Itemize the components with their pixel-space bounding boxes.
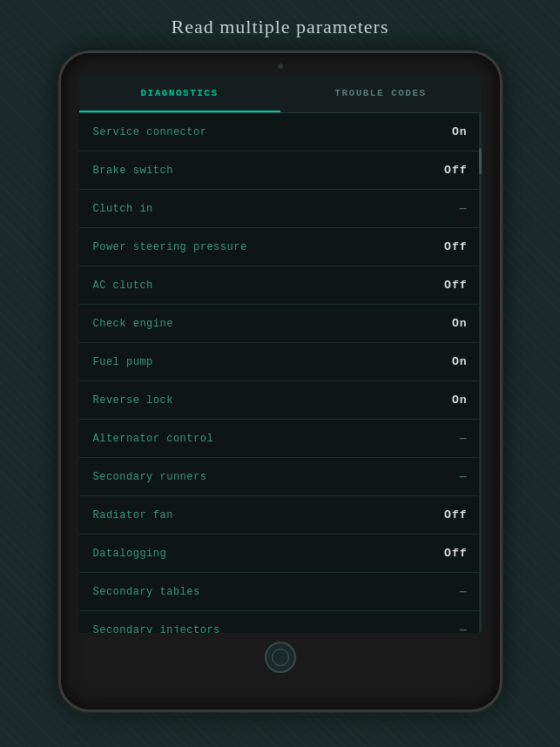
list-item: Radiator fan Off	[79, 496, 482, 535]
list-item: Service connector On	[79, 113, 482, 151]
tab-trouble-codes[interactable]: TROUBLE CODES	[280, 76, 482, 112]
list-item: Brake switch Off	[79, 151, 482, 190]
tablet-screen: DIAGNOSTICS TROUBLE CODES Service connec…	[79, 76, 482, 633]
item-label-reverse-lock: Reverse lock	[93, 394, 173, 407]
item-value-ac-clutch: Off	[442, 279, 468, 292]
scroll-thumb	[479, 148, 482, 174]
list-item: Check engine On	[79, 305, 482, 343]
page-title: Read multiple parameters	[171, 16, 388, 38]
list-item: Alternator control —	[79, 420, 482, 458]
tablet-frame: DIAGNOSTICS TROUBLE CODES Service connec…	[58, 50, 503, 712]
item-value-fuel-pump: On	[442, 355, 468, 368]
item-label-fuel-pump: Fuel pump	[93, 356, 153, 368]
item-value-reverse-lock: On	[442, 394, 468, 407]
list-item: Fuel pump On	[79, 343, 482, 381]
list-item: Power steering pressure Off	[79, 228, 482, 266]
item-label-secondary-injectors: Secondary injectors	[93, 624, 220, 634]
item-label-alternator: Alternator control	[93, 433, 214, 445]
list-item: Datalogging Off	[79, 535, 482, 573]
item-value-service-connector: On	[442, 125, 468, 138]
tab-bar: DIAGNOSTICS TROUBLE CODES	[79, 76, 482, 113]
diagnostics-list: Service connector On Brake switch Off Cl…	[79, 113, 482, 633]
item-label-datalogging: Datalogging	[93, 548, 167, 560]
item-value-radiator-fan: Off	[442, 508, 468, 522]
item-label-radiator-fan: Radiator fan	[93, 509, 173, 522]
item-value-power-steering: Off	[442, 240, 468, 253]
list-item: AC clutch Off	[79, 266, 482, 305]
tablet-home-button[interactable]	[265, 642, 296, 673]
item-value-brake-switch: Off	[442, 164, 468, 177]
list-item: Secondary runners —	[79, 458, 482, 496]
item-value-secondary-runners: —	[442, 470, 468, 483]
item-value-datalogging: Off	[442, 547, 468, 560]
item-label-ac-clutch: AC clutch	[93, 279, 153, 292]
list-item: Secondary injectors —	[79, 611, 482, 633]
item-label-power-steering: Power steering pressure	[93, 241, 247, 253]
tablet-camera	[278, 64, 283, 69]
tab-diagnostics[interactable]: DIAGNOSTICS	[79, 76, 280, 112]
item-value-clutch-in: —	[442, 202, 468, 215]
item-label-secondary-tables: Secondary tables	[93, 586, 200, 598]
tablet-home-button-inner	[272, 649, 289, 666]
scroll-indicator	[479, 113, 482, 633]
item-value-check-engine: On	[442, 317, 468, 330]
item-value-secondary-tables: —	[442, 585, 468, 598]
list-item: Clutch in —	[79, 190, 482, 228]
item-label-service-connector: Service connector	[93, 126, 207, 138]
item-label-brake-switch: Brake switch	[93, 165, 173, 177]
item-label-check-engine: Check engine	[93, 318, 173, 330]
list-item: Reverse lock On	[79, 381, 482, 420]
item-value-secondary-injectors: —	[442, 623, 468, 633]
item-label-secondary-runners: Secondary runners	[93, 471, 207, 483]
list-item: Secondary tables —	[79, 573, 482, 611]
item-value-alternator: —	[442, 432, 468, 445]
item-label-clutch-in: Clutch in	[93, 203, 153, 215]
